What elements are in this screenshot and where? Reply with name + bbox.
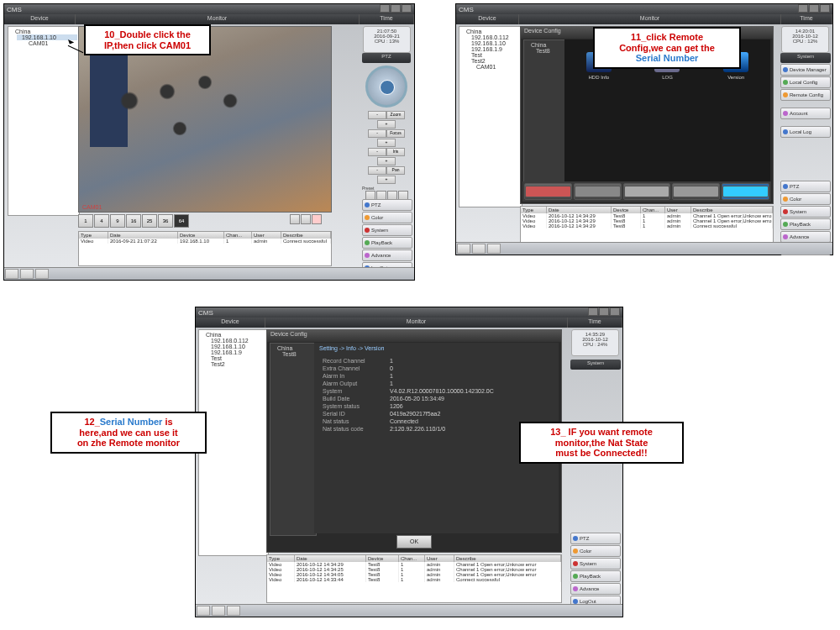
log-h-desc: Describe [281,232,331,239]
device-tree[interactable]: China 192.168.0.112 192.168.1.10 192.168… [198,329,269,556]
log-h-date: Date [108,232,178,239]
local-log-button[interactable]: Local Log [780,126,831,138]
system-header: System [780,53,831,63]
app-title: CMS [459,6,474,13]
device-tree[interactable]: China 192.168.1.10 CAM01 [8,26,80,216]
tree-test[interactable]: Test2 [466,58,520,64]
side-color[interactable]: Color [362,212,412,223]
side-system[interactable]: System [780,206,831,218]
side-advance[interactable]: Advance [362,249,412,261]
dialog-tree[interactable]: China Test8 [523,39,567,186]
ptz-direction-pad[interactable] [365,66,407,108]
ptz-iris[interactable]: Iris [386,148,405,156]
window-titlebar: CMS [4,4,414,14]
cpu: CPU : 13% [364,39,410,44]
grid-16[interactable]: 16 [126,214,141,228]
tree-cam[interactable]: CAM01 [471,64,520,70]
log-row: Video 2016-09-21 21:07:22 192.168.1.10 1… [79,239,331,244]
serial-id-value: 0419a290217f5aa2 [390,411,440,417]
tree-ip[interactable]: 192.168.1.9 [206,349,266,355]
grid-1[interactable]: 1 [78,214,93,228]
tree-ip[interactable]: 192.168.1.10 [466,40,520,46]
log-table: Type Date Device Chan... User Describe V… [520,206,774,244]
grid-25[interactable]: 25 [142,214,157,228]
ptz-controls[interactable]: -Zoom+ -Focus+ -Iris+ -Pan+ [362,110,411,184]
tree-root[interactable]: China [201,332,266,338]
side-playback[interactable]: PlayBack [570,570,621,582]
tree-ip[interactable]: 192.168.1.10 [206,344,266,349]
disconnect-icon[interactable] [312,214,322,224]
snapshot-icon[interactable] [301,214,311,224]
side-system[interactable]: System [570,558,621,570]
ptz-focus[interactable]: Focus [386,129,405,138]
tree-test[interactable]: Test2 [206,361,266,367]
side-ptz[interactable]: PTZ [780,181,831,192]
grid-9[interactable]: 9 [110,214,125,228]
side-playback[interactable]: PlayBack [780,218,831,230]
advanced-icon[interactable] [673,186,719,197]
window-buttons[interactable] [587,307,620,318]
tree-ip[interactable]: 192.168.0.112 [206,338,266,344]
tree-test[interactable]: Test [206,355,266,361]
app-title: CMS [198,309,213,317]
local-config-button[interactable]: Local Config [780,76,831,88]
ptz-zoom[interactable]: Zoom [386,111,405,119]
record-icon[interactable] [525,186,571,197]
dialog-title: Device Config [267,330,561,342]
tree-ip[interactable]: 192.168.1.9 [466,46,520,52]
info-icon[interactable] [722,186,769,197]
side-ptz[interactable]: PTZ [362,199,412,211]
device-config-dialog: Device Config China Test8 Setting -> Inf… [266,329,562,553]
column-headers: Device Monitor Time [196,318,622,328]
log-h-device: Device [178,232,224,239]
nat-status-value: Connected [390,418,418,424]
right-sidebar: PTZ Color System PlayBack Advance LogOut [570,533,621,607]
ok-button[interactable]: OK [396,535,432,549]
hdr-time: Time [360,14,414,24]
hdr-monitor: Monitor [76,14,360,24]
time-panel: 14:35:29 2016-10-12 CPU : 24% [571,329,619,356]
log-table: Type Date Device Chan... User Describe V… [78,231,332,266]
fullscreen-icon[interactable] [290,214,300,224]
remote-config-button[interactable]: Remote Config [780,89,831,101]
layout-grid-buttons[interactable]: 1 4 9 16 25 36 64 [78,214,189,228]
dialog-tree[interactable]: China Test8 [270,343,317,536]
time-panel: 21:07:50 2016-09-21 CPU : 13% [363,26,411,53]
side-color[interactable]: Color [780,193,831,205]
tree-root[interactable]: China [10,29,77,34]
system-icon[interactable] [624,186,670,197]
tree-test[interactable]: Test [466,52,520,58]
callout-10: 10_Double click the IP,then click CAM01 [84,24,211,55]
grid-36[interactable]: 36 [158,214,173,228]
tree-root[interactable]: China [461,29,520,34]
callout-13: 13_ IF you want remote monitor,the Nat S… [519,422,684,464]
window-buttons[interactable] [797,4,830,14]
device-tree[interactable]: China 192.168.0.112 192.168.1.10 192.168… [459,26,522,207]
ptz-pan[interactable]: Pan [386,166,405,175]
hdr-device: Device [4,14,76,24]
dialog-bottom-tabs[interactable] [522,181,771,202]
breadcrumb: Setting -> Info -> Version [314,343,559,354]
log-h-user: User [252,232,281,239]
tree-ip[interactable]: 192.168.0.112 [466,34,520,40]
system-header: System [570,360,621,370]
device-manager-button[interactable]: Device Manager [780,64,831,76]
system-sidebar: System Device Manager Local Config Remot… [780,53,831,138]
grid-4[interactable]: 4 [94,214,109,228]
side-system[interactable]: System [362,224,412,236]
log-h-chan: Chan... [224,232,252,239]
column-headers: Device Monitor Time [4,14,414,24]
alarm-icon[interactable] [575,186,621,197]
log-row: Video2016-10-12 14:33:44Test81adminConne… [267,577,561,582]
side-ptz[interactable]: PTZ [570,533,621,544]
status-bar [4,267,414,280]
side-playback[interactable]: PlayBack [362,237,412,249]
side-advance[interactable]: Advance [780,231,831,243]
side-color[interactable]: Color [570,545,621,557]
side-advance[interactable]: Advance [570,583,621,595]
column-headers: Device Monitor Time [456,14,832,24]
grid-64[interactable]: 64 [174,214,189,228]
account-button[interactable]: Account [780,108,831,119]
window-buttons[interactable] [379,4,412,14]
monitor-tool-buttons[interactable] [290,214,322,224]
